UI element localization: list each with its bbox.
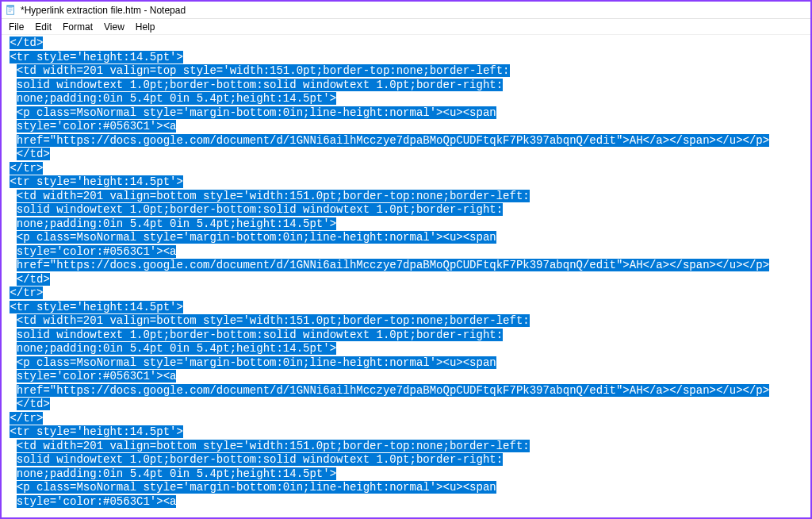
svg-rect-5 <box>7 5 14 6</box>
editor-line[interactable]: <tr style='height:14.5pt'> <box>3 51 809 65</box>
notepad-icon <box>5 4 17 17</box>
menubar: File Edit Format View Help <box>2 19 810 35</box>
editor-line[interactable]: </tr> <box>3 162 809 176</box>
text-editor[interactable]: </td> <tr style='height:14.5pt'> <td wid… <box>2 35 810 517</box>
editor-line[interactable]: <p class=MsoNormal style='margin-bottom:… <box>3 481 809 495</box>
menu-edit[interactable]: Edit <box>29 20 57 34</box>
editor-line[interactable]: </td> <box>3 148 809 162</box>
editor-line[interactable]: <tr style='height:14.5pt'> <box>3 175 809 190</box>
editor-line[interactable]: href="https://docs.google.com/document/d… <box>3 384 809 398</box>
titlebar: *Hyperlink extraction file.htm - Notepad <box>2 2 810 19</box>
editor-line[interactable]: <td width=201 valign=bottom style='width… <box>3 440 809 454</box>
menu-help[interactable]: Help <box>130 20 161 34</box>
editor-line[interactable]: none;padding:0in 5.4pt 0in 5.4pt;height:… <box>3 467 809 482</box>
editor-line[interactable]: href="https://docs.google.com/document/d… <box>3 259 809 273</box>
window-title: *Hyperlink extraction file.htm - Notepad <box>21 5 186 16</box>
editor-line[interactable]: <p class=MsoNormal style='margin-bottom:… <box>3 231 809 245</box>
editor-line[interactable]: <td width=201 valign=bottom style='width… <box>3 190 809 204</box>
editor-line[interactable]: style='color:#0563C1'><a <box>3 245 809 260</box>
menu-format[interactable]: Format <box>57 20 98 34</box>
editor-line[interactable]: solid windowtext 1.0pt;border-bottom:sol… <box>3 453 809 467</box>
editor-line[interactable]: <p class=MsoNormal style='margin-bottom:… <box>3 356 809 371</box>
editor-line[interactable]: <td width=201 valign=bottom style='width… <box>3 314 809 329</box>
editor-line[interactable]: none;padding:0in 5.4pt 0in 5.4pt;height:… <box>3 217 809 232</box>
editor-line[interactable]: </td> <box>3 398 809 412</box>
editor-line[interactable]: <p class=MsoNormal style='margin-bottom:… <box>3 106 809 121</box>
editor-line[interactable]: href="https://docs.google.com/document/d… <box>3 134 809 148</box>
editor-line[interactable]: style='color:#0563C1'><a <box>3 120 809 134</box>
editor-line[interactable]: style='color:#0563C1'><a <box>3 370 809 384</box>
editor-line[interactable]: none;padding:0in 5.4pt 0in 5.4pt;height:… <box>3 92 809 106</box>
editor-line[interactable]: </tr> <box>3 286 809 301</box>
editor-line[interactable]: </tr> <box>3 412 809 426</box>
menu-view[interactable]: View <box>98 20 130 34</box>
editor-line[interactable]: solid windowtext 1.0pt;border-bottom:sol… <box>3 79 809 93</box>
editor-line[interactable]: <tr style='height:14.5pt'> <box>3 301 809 315</box>
editor-line[interactable]: none;padding:0in 5.4pt 0in 5.4pt;height:… <box>3 342 809 356</box>
editor-line[interactable]: </td> <box>3 37 809 51</box>
editor-line[interactable]: <td width=201 valign=top style='width:15… <box>3 64 809 79</box>
editor-line[interactable]: <tr style='height:14.5pt'> <box>3 425 809 440</box>
editor-line[interactable]: style='color:#0563C1'><a <box>3 495 809 509</box>
editor-line[interactable]: solid windowtext 1.0pt;border-bottom:sol… <box>3 329 809 343</box>
editor-line[interactable]: solid windowtext 1.0pt;border-bottom:sol… <box>3 203 809 217</box>
editor-line[interactable]: </td> <box>3 273 809 287</box>
menu-file[interactable]: File <box>3 20 29 34</box>
